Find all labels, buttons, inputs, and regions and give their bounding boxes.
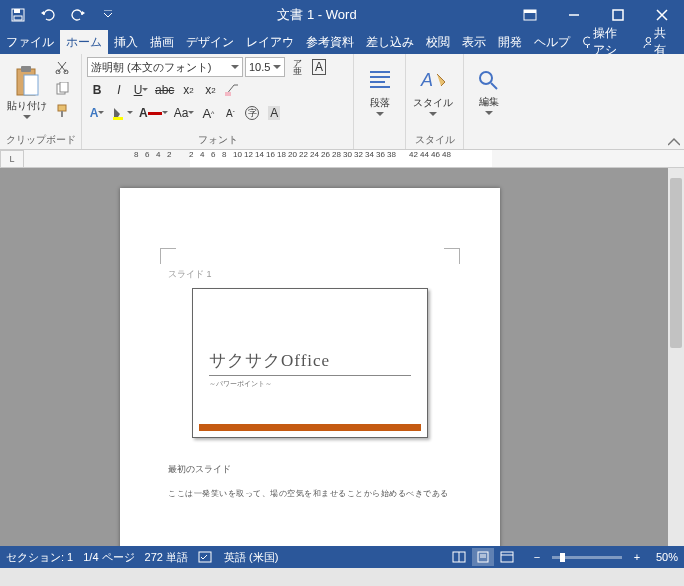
slide-subtitle: ～パワーポイント～ — [209, 379, 272, 389]
font-name-combo[interactable]: 游明朝 (本文のフォント) — [87, 57, 243, 77]
subscript-button[interactable]: x2 — [178, 80, 198, 100]
tab-review[interactable]: 校閲 — [420, 30, 456, 54]
scrollbar-thumb[interactable] — [670, 178, 682, 348]
svg-rect-19 — [225, 92, 231, 96]
grow-font-button[interactable]: A^ — [198, 103, 218, 123]
tab-insert[interactable]: 挿入 — [108, 30, 144, 54]
tab-references[interactable]: 参考資料 — [300, 30, 360, 54]
styles-button[interactable]: A スタイル — [411, 57, 455, 127]
shrink-font-button[interactable]: Aˇ — [220, 103, 240, 123]
status-spellcheck[interactable] — [198, 550, 214, 564]
svg-rect-11 — [21, 66, 31, 72]
margin-mark — [160, 248, 176, 264]
cut-button[interactable] — [51, 57, 73, 77]
status-section[interactable]: セクション: 1 — [6, 550, 73, 565]
underline-button[interactable]: U — [131, 80, 151, 100]
chevron-down-icon — [162, 111, 168, 115]
phonetic-guide-button[interactable]: ア亜 — [287, 57, 307, 77]
svg-text:A: A — [420, 70, 433, 90]
group-font-label: フォント — [87, 132, 348, 149]
clipboard-icon — [13, 65, 41, 97]
paste-button[interactable]: 貼り付け — [5, 57, 49, 127]
svg-point-7 — [584, 37, 591, 45]
tab-file[interactable]: ファイル — [0, 30, 60, 54]
font-color-button[interactable]: A — [137, 103, 170, 123]
margin-mark — [444, 248, 460, 264]
tab-developer[interactable]: 開発 — [492, 30, 528, 54]
status-language[interactable]: 英語 (米国) — [224, 550, 278, 565]
view-print-button[interactable] — [472, 548, 494, 566]
slide-thumbnail: サクサクOffice ～パワーポイント～ — [192, 288, 428, 438]
status-page[interactable]: 1/4 ページ — [83, 550, 134, 565]
chevron-down-icon — [98, 111, 104, 115]
chevron-down-icon — [376, 112, 384, 116]
zoom-out-button[interactable]: − — [526, 548, 548, 566]
slide-label: スライド 1 — [168, 268, 212, 281]
italic-button[interactable]: I — [109, 80, 129, 100]
char-shading-button[interactable]: A — [264, 103, 284, 123]
zoom-in-button[interactable]: + — [626, 548, 648, 566]
horizontal-ruler[interactable]: 8642246810121416182022242628303234363842… — [24, 150, 684, 168]
zoom-level[interactable]: 50% — [656, 551, 678, 563]
tab-draw[interactable]: 描画 — [144, 30, 180, 54]
chevron-down-icon — [273, 65, 281, 69]
format-painter-button[interactable] — [51, 101, 73, 121]
clear-format-button[interactable] — [222, 80, 242, 100]
chevron-down-icon — [485, 111, 493, 115]
view-read-button[interactable] — [448, 548, 470, 566]
redo-button[interactable] — [66, 3, 90, 27]
document-area[interactable]: スライド 1 サクサクOffice ～パワーポイント～ 最初のスライド ここは一… — [0, 168, 668, 546]
bold-button[interactable]: B — [87, 80, 107, 100]
superscript-button[interactable]: x2 — [200, 80, 220, 100]
status-words[interactable]: 272 単語 — [145, 550, 188, 565]
spellcheck-icon — [198, 550, 214, 564]
chevron-down-icon — [188, 111, 194, 115]
zoom-slider[interactable] — [552, 556, 622, 559]
editing-button[interactable]: 編集 — [469, 57, 509, 127]
tab-home[interactable]: ホーム — [60, 30, 108, 54]
tab-help[interactable]: ヘルプ — [528, 30, 576, 54]
copy-button[interactable] — [51, 79, 73, 99]
enclose-char-button[interactable]: 字 — [242, 103, 262, 123]
slide-accent-bar — [199, 424, 421, 431]
group-clipboard-label: クリップボード — [5, 132, 76, 149]
svg-rect-6 — [613, 10, 623, 20]
tab-selector[interactable]: L — [0, 150, 24, 168]
svg-point-26 — [480, 72, 492, 84]
chevron-down-icon — [429, 112, 437, 116]
undo-button[interactable] — [36, 3, 60, 27]
svg-rect-18 — [61, 111, 63, 117]
vertical-scrollbar[interactable] — [668, 168, 684, 546]
svg-rect-12 — [24, 75, 38, 95]
body-text: ここは一発笑いを取って、場の空気を和ませることから始めるべきである — [168, 488, 452, 499]
highlight-button[interactable] — [109, 103, 135, 123]
chevron-down-icon — [23, 115, 31, 119]
qat-customize[interactable] — [96, 3, 120, 27]
window-title: 文書 1 - Word — [126, 6, 508, 24]
svg-point-9 — [646, 37, 651, 42]
share-icon — [642, 36, 651, 49]
save-button[interactable] — [6, 3, 30, 27]
char-scale-button[interactable]: Aa — [172, 103, 197, 123]
collapse-ribbon-button[interactable] — [668, 137, 680, 147]
tab-design[interactable]: デザイン — [180, 30, 240, 54]
view-web-button[interactable] — [496, 548, 518, 566]
text-effects-button[interactable]: A — [87, 103, 107, 123]
page: スライド 1 サクサクOffice ～パワーポイント～ 最初のスライド ここは一… — [120, 188, 500, 546]
tab-layout[interactable]: レイアウ — [240, 30, 300, 54]
strikethrough-button[interactable]: abc — [153, 80, 176, 100]
paragraph-button[interactable]: 段落 — [359, 57, 400, 127]
zoom-thumb[interactable] — [560, 553, 565, 562]
ribbon-options-button[interactable] — [508, 0, 552, 30]
svg-line-27 — [491, 83, 497, 89]
group-styles-label: スタイル — [411, 132, 458, 149]
caption-text: 最初のスライド — [168, 463, 231, 476]
svg-rect-17 — [58, 105, 66, 111]
slide-title: サクサクOffice — [209, 349, 330, 372]
paragraph-icon — [367, 68, 393, 94]
tab-view[interactable]: 表示 — [456, 30, 492, 54]
font-size-combo[interactable]: 10.5 — [245, 57, 285, 77]
char-border-button[interactable]: A — [309, 57, 329, 77]
tab-mailings[interactable]: 差し込み — [360, 30, 420, 54]
styles-icon: A — [419, 68, 447, 94]
